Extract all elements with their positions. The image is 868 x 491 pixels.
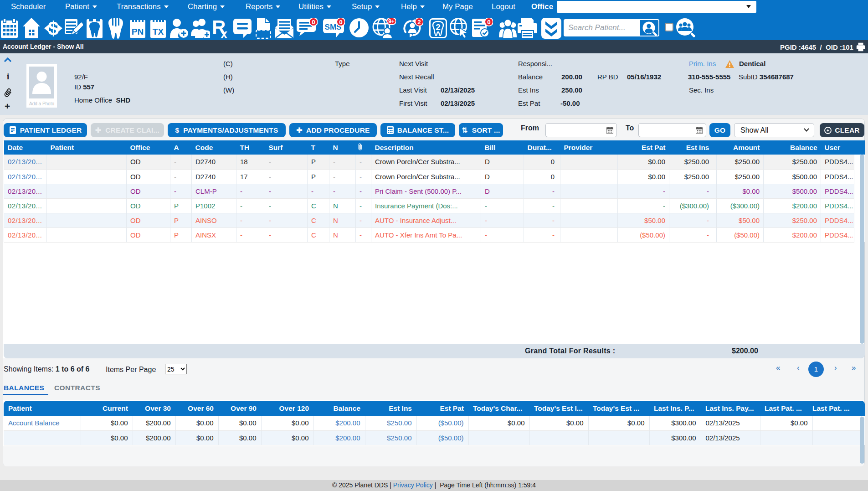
svg-text:x: x (221, 27, 227, 38)
svg-text:0: 0 (339, 19, 343, 26)
svg-text:9+: 9+ (388, 18, 395, 25)
svg-text:0: 0 (312, 19, 315, 26)
svg-text:$: $ (48, 18, 58, 38)
svg-text:PN: PN (132, 27, 144, 36)
svg-text:0: 0 (487, 19, 491, 26)
svg-text:2: 2 (417, 19, 421, 26)
svg-text:TX: TX (153, 27, 164, 36)
svg-text:2: 2 (436, 22, 441, 32)
